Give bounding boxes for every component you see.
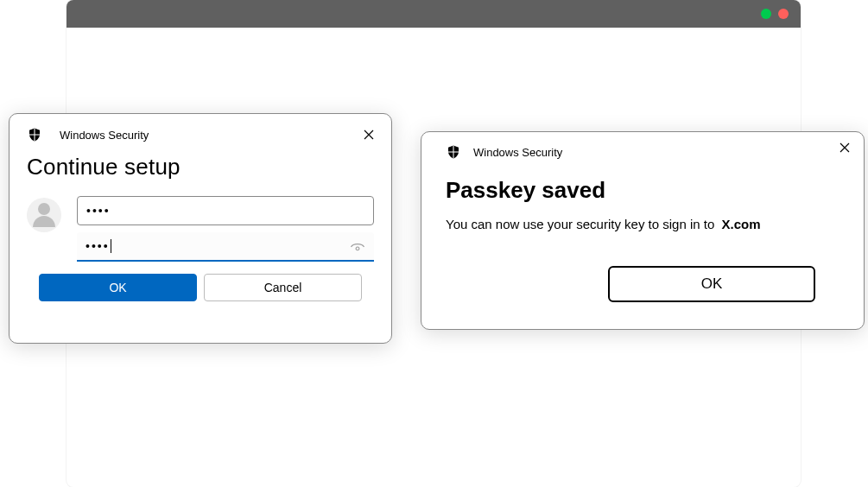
passkey-saved-dialog: Windows Security Passkey saved You can n… [421, 131, 865, 330]
avatar-icon [27, 198, 61, 232]
close-button[interactable] [358, 124, 379, 145]
svg-rect-3 [448, 151, 459, 152]
dialog-body: Passkey saved You can now use your secur… [421, 163, 864, 314]
dialog-header: Windows Security [10, 114, 391, 149]
dialog-footer: OK [446, 233, 839, 302]
site-name: X.com [721, 217, 760, 231]
window-controls [761, 9, 789, 19]
close-button[interactable] [834, 137, 855, 158]
cancel-label: Cancel [264, 281, 302, 294]
svg-rect-1 [29, 134, 40, 135]
close-dot[interactable] [778, 9, 789, 19]
reveal-password-icon[interactable] [350, 239, 365, 255]
dialog-title: Continue setup [27, 154, 374, 180]
close-icon [839, 142, 850, 153]
continue-setup-dialog: Windows Security Continue setup •••• •••… [9, 113, 392, 344]
pin-value: •••• [86, 204, 111, 218]
shield-icon [446, 144, 461, 160]
ok-label: OK [701, 275, 723, 293]
dialog-description: You can now use your security key to sig… [446, 216, 839, 233]
browser-titlebar [67, 0, 801, 28]
shield-icon [27, 127, 42, 142]
text-caret [111, 239, 111, 253]
pin-input-2[interactable]: •••• [77, 232, 374, 262]
dialog-app-name: Windows Security [60, 129, 149, 142]
ok-button[interactable]: OK [608, 266, 815, 302]
dialog-footer: OK Cancel [27, 262, 374, 301]
cancel-button[interactable]: Cancel [204, 274, 362, 301]
dialog-header: Windows Security [421, 132, 864, 163]
pin-input-1[interactable]: •••• [77, 196, 374, 225]
dialog-app-name: Windows Security [473, 146, 562, 159]
pin-value: •••• [86, 239, 110, 253]
close-icon [364, 130, 374, 140]
ok-label: OK [109, 281, 126, 294]
dialog-body: Continue setup •••• •••• [10, 149, 391, 313]
desc-prefix: You can now use your security key to sig… [446, 217, 714, 231]
dialog-title: Passkey saved [446, 177, 839, 204]
minimize-dot[interactable] [761, 9, 771, 19]
ok-button[interactable]: OK [39, 274, 197, 301]
